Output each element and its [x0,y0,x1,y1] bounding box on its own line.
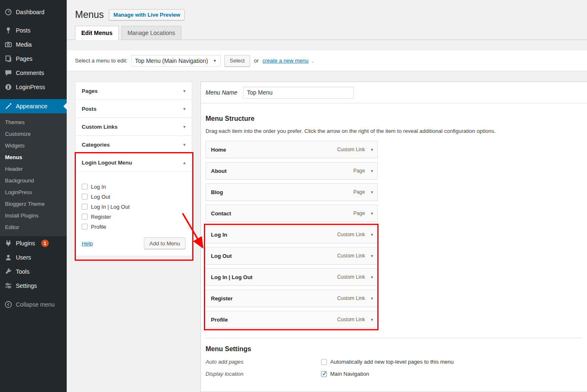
accordion-custom-links-header[interactable]: Custom Links ▾ [75,118,192,135]
sidebar-item-dashboard[interactable]: Dashboard [0,5,67,19]
manage-with-live-preview-button[interactable]: Manage with Live Preview [109,9,185,20]
menu-name-input[interactable] [243,87,354,99]
add-menu-items-panel: Pages ▾ Posts ▾ Custom Links ▾ [75,82,192,256]
submenu-item-loginpress[interactable]: LoginPress [0,186,67,198]
menu-item-label: Log In [211,232,227,238]
menu-item-blog[interactable]: Blog Page▾ [206,183,378,201]
select-button[interactable]: Select [224,55,250,67]
collapse-menu-button[interactable]: Collapse menu [0,297,67,312]
submenu-item-bloggerz-theme[interactable]: Bloggerz Theme [0,198,67,210]
tab-edit-menus[interactable]: Edit Menus [75,26,119,40]
checkbox-label: Register [91,214,111,220]
menu-item-contact[interactable]: Contact Page▾ [206,205,378,222]
option-log-in: Log In [82,183,186,190]
menu-item-about[interactable]: About Page▾ [206,162,378,180]
menu-select-bar: Select a menu to edit: Top Menu (Main Na… [67,50,587,71]
submenu-item-background[interactable]: Background [0,175,67,186]
sidebar-item-tools[interactable]: Tools [0,265,67,279]
chevron-down-icon[interactable]: ▾ [371,211,373,216]
menu-item-log-in-log-out[interactable]: Log In | Log Out Custom Link▾ [206,268,378,286]
auto-add-pages-label: Auto add pages [206,359,321,365]
chevron-down-icon[interactable]: ▾ [371,296,373,301]
submenu-item-header[interactable]: Header [0,163,67,175]
menu-item-home[interactable]: Home Custom Link▾ [206,141,378,158]
menu-item-register[interactable]: Register Custom Link▾ [206,290,378,307]
menu-structure-section: Menu Structure Drag each item into the o… [201,115,587,390]
sidebar-item-label: Dashboard [16,9,45,15]
chevron-down-icon: ▼ [213,59,217,63]
submenu-item-editor[interactable]: Editor [0,221,67,233]
select-menu-label: Select a menu to edit: [75,57,128,64]
menu-name-bar: Menu Name [201,82,587,103]
accordion-login-logout-menu: Login Logout Menu ▴ Log In Log Out [75,153,192,256]
tab-manage-locations[interactable]: Manage Locations [121,26,181,40]
sidebar-item-settings[interactable]: Settings [0,279,67,293]
submenu-label: Editor [5,224,19,230]
chevron-down-icon[interactable]: ▾ [371,232,373,237]
loginpress-keyhole-icon [4,83,13,91]
accordion-categories-header[interactable]: Categories ▾ [75,136,192,153]
sidebar-item-posts[interactable]: Posts [0,23,67,37]
menu-item-type: Page [353,189,365,195]
chevron-down-icon[interactable]: ▾ [371,275,373,280]
menu-item-type: Page [353,168,365,174]
pages-icon [4,55,13,63]
profile-checkbox[interactable] [82,224,88,230]
plug-icon [4,239,13,247]
sidebar-item-appearance[interactable]: Appearance [0,99,67,113]
auto-add-pages-row: Auto add pages Automatically add new top… [206,359,582,365]
add-to-menu-button[interactable]: Add to Menu [144,237,186,249]
log-in-checkbox[interactable] [82,184,88,190]
chevron-down-icon[interactable]: ▾ [183,124,186,130]
help-link[interactable]: Help [82,240,93,247]
chevron-down-icon[interactable]: ▾ [183,142,186,147]
submenu-item-widgets[interactable]: Widgets [0,140,67,151]
sidebar-item-pages[interactable]: Pages [0,52,67,66]
menu-item-log-in[interactable]: Log In Custom Link▾ [206,226,378,243]
accordion-title: Custom Links [82,124,118,130]
login-logout-options: Log In Log Out Log In | Log Out Reg [75,171,192,256]
menu-item-label: Register [211,295,233,302]
submenu-item-menus[interactable]: Menus [0,151,67,163]
accordion-login-logout-header[interactable]: Login Logout Menu ▴ [75,154,192,171]
accordion-posts-header[interactable]: Posts ▾ [75,100,192,117]
sidebar-item-loginpress[interactable]: LoginPress [0,80,67,94]
menu-item-profile[interactable]: Profile Custom Link▾ [206,311,378,328]
menu-item-log-out[interactable]: Log Out Custom Link▾ [206,247,378,265]
register-checkbox[interactable] [82,214,88,220]
chevron-down-icon[interactable]: ▾ [371,147,373,152]
submenu-item-install-plugins[interactable]: Install Plugins [0,210,67,221]
main-content: Menus Manage with Live Preview Edit Menu… [67,0,587,392]
submenu-item-themes[interactable]: Themes [0,116,67,128]
sidebar-item-users[interactable]: Users [0,250,67,265]
accordion-pages-header[interactable]: Pages ▾ [75,82,192,100]
submenu-label: Menus [5,154,22,160]
sidebar-item-plugins[interactable]: Plugins 1 [0,236,67,250]
create-new-menu-link[interactable]: create a new menu [262,57,309,64]
display-location-row: Display location Main Navigation [206,371,582,377]
chevron-down-icon[interactable]: ▾ [371,253,373,259]
accordion-custom-links: Custom Links ▾ [75,117,192,136]
chevron-down-icon[interactable]: ▾ [371,190,373,195]
auto-add-pages-option: Automatically add new top-level pages to… [321,359,454,365]
sidebar-item-media[interactable]: Media [0,37,67,52]
chevron-down-icon[interactable]: ▾ [183,88,186,94]
log-in-log-out-checkbox[interactable] [82,204,88,210]
submenu-item-customize[interactable]: Customize [0,128,67,140]
sidebar-item-comments[interactable]: Comments [0,66,67,80]
chevron-down-icon[interactable]: ▾ [183,106,186,112]
wordpress-admin: Dashboard Posts Media Pages Comment [0,0,587,392]
auto-add-pages-checkbox[interactable] [321,359,327,365]
chevron-down-icon[interactable]: ▾ [371,168,373,174]
menu-name-label: Menu Name [206,89,237,96]
accordion-title: Posts [82,106,96,112]
main-navigation-checkbox[interactable] [321,371,327,377]
chevron-up-icon[interactable]: ▴ [183,160,186,165]
log-out-checkbox[interactable] [82,194,88,200]
option-profile: Profile [82,223,186,230]
chevron-down-icon[interactable]: ▾ [371,317,373,322]
sidebar-separator [0,19,67,23]
menu-structure-title: Menu Structure [206,115,582,122]
menu-select-dropdown[interactable]: Top Menu (Main Navigation) ▼ [131,55,221,67]
wrench-icon [4,267,13,276]
